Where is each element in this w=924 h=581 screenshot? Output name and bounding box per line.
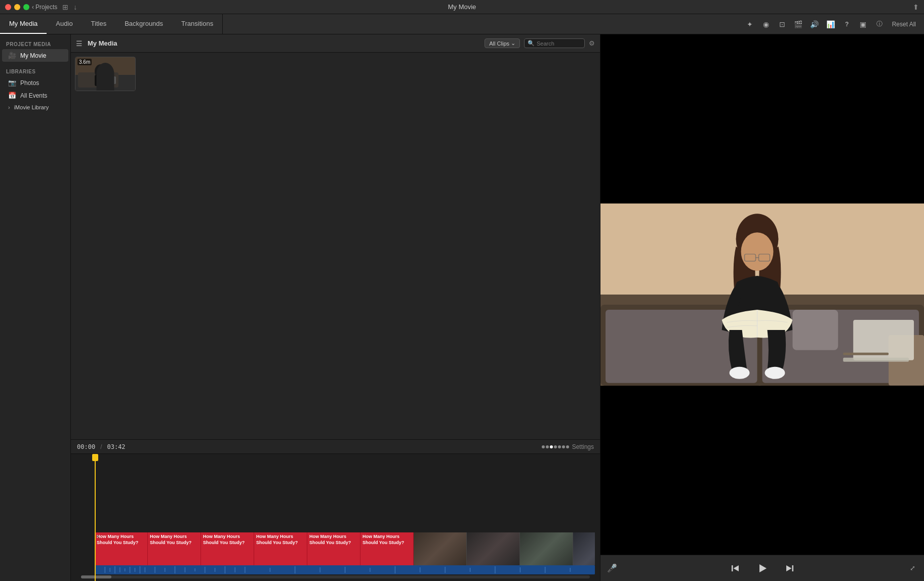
svg-rect-23 <box>225 566 225 573</box>
arrow-down-icon[interactable]: ↓ <box>73 3 77 11</box>
filter-grid-icon[interactable]: ▣ <box>856 17 871 32</box>
main-toolbar: My Media Audio Titles Backgrounds Transi… <box>0 14 924 34</box>
close-button[interactable] <box>5 4 11 10</box>
tab-transitions[interactable]: Transitions <box>172 14 222 34</box>
go-to-end-button[interactable] <box>782 560 798 576</box>
svg-rect-4 <box>95 75 107 86</box>
svg-rect-31 <box>395 566 395 573</box>
svg-rect-29 <box>345 567 345 573</box>
reset-all-button[interactable]: Reset All <box>888 19 920 29</box>
clip-text-6: How Many HoursShould You Study? <box>360 532 413 547</box>
cursor-position-indicator: ↖ <box>96 534 101 541</box>
tab-titles[interactable]: Titles <box>82 14 116 34</box>
playhead-handle[interactable] <box>92 454 98 461</box>
media-filter-controls: All Clips ⌄ 🔍 ⚙ <box>485 38 595 48</box>
equalizer-icon[interactable]: 📊 <box>823 17 838 32</box>
media-settings-icon[interactable]: ⚙ <box>589 39 595 47</box>
clip-text-4: How Many HoursShould You Study? <box>254 532 307 547</box>
sidebar: PROJECT MEDIA 🎥 My Movie LIBRARIES 📷 Pho… <box>0 34 71 581</box>
timeline-content[interactable]: How Many HoursShould You Study? How Many… <box>71 454 600 581</box>
main-layout: PROJECT MEDIA 🎥 My Movie LIBRARIES 📷 Pho… <box>0 34 924 581</box>
timeline-settings-label[interactable]: Settings <box>572 443 594 450</box>
tab-audio[interactable]: Audio <box>47 14 82 34</box>
red-clip-6[interactable]: How Many HoursShould You Study? <box>360 532 414 565</box>
svg-rect-9 <box>115 566 115 573</box>
color-wheel-icon[interactable]: ◉ <box>758 17 774 32</box>
red-clip-1[interactable]: How Many HoursShould You Study? <box>95 532 148 565</box>
svg-rect-33 <box>445 567 446 573</box>
svg-marker-62 <box>759 564 767 572</box>
preview-controls: 🎤 ⤢ <box>600 555 924 581</box>
svg-rect-48 <box>843 358 909 362</box>
timecode-separator: / <box>100 443 102 450</box>
svg-rect-13 <box>135 568 135 572</box>
svg-rect-63 <box>792 565 793 571</box>
minimize-button[interactable] <box>14 4 20 10</box>
projects-breadcrumb[interactable]: ‹ Projects <box>32 4 57 11</box>
timecode-current: 00:00 <box>77 443 95 450</box>
media-clip-1[interactable]: 3.6m <box>75 57 136 91</box>
sidebar-item-photos[interactable]: 📷 Photos <box>2 76 68 89</box>
info-circle-icon[interactable]: ⓘ <box>872 17 887 32</box>
dark-clip-2[interactable] <box>467 532 520 565</box>
media-grid: 3.6m <box>71 53 600 439</box>
go-to-start-button[interactable] <box>727 560 743 576</box>
volume-icon[interactable]: 🔊 <box>807 17 822 32</box>
media-browser-header: ☰ My Media All Clips ⌄ 🔍 ⚙ <box>71 34 600 53</box>
red-clip-4[interactable]: How Many HoursShould You Study? <box>254 532 307 565</box>
maximize-button[interactable] <box>23 4 29 10</box>
svg-rect-59 <box>843 353 889 355</box>
search-bar[interactable]: 🔍 <box>524 38 585 48</box>
photos-icon: 📷 <box>8 79 16 87</box>
svg-rect-34 <box>470 568 470 572</box>
red-clip-3[interactable]: How Many HoursShould You Study? <box>201 532 254 565</box>
dark-clip-1[interactable] <box>414 532 467 565</box>
sidebar-item-imovie-library[interactable]: › iMovie Library <box>2 102 68 113</box>
svg-rect-2 <box>78 72 118 88</box>
svg-rect-60 <box>732 565 733 571</box>
chevron-left-icon: ‹ <box>32 4 34 11</box>
svg-rect-7 <box>105 567 105 573</box>
clip-duration: 3.6m <box>77 59 92 65</box>
left-content: ☰ My Media All Clips ⌄ 🔍 ⚙ <box>71 34 600 581</box>
dark-clip-3[interactable] <box>520 532 573 565</box>
audio-waveform <box>95 565 595 574</box>
media-browser-title: My Media <box>88 39 117 47</box>
red-clip-5[interactable]: How Many HoursShould You Study? <box>307 532 360 565</box>
dark-clip-4[interactable] <box>573 532 595 565</box>
clip-text-2: How Many HoursShould You Study? <box>148 532 200 547</box>
red-clip-2[interactable]: How Many HoursShould You Study? <box>148 532 201 565</box>
titlebar-right-icons: ⬆ <box>913 3 919 11</box>
tab-my-media[interactable]: My Media <box>0 14 47 34</box>
play-button[interactable] <box>753 559 772 577</box>
share-icon[interactable]: ⬆ <box>913 3 919 11</box>
add-clip-icon[interactable]: ⊞ <box>62 3 68 11</box>
all-clips-filter[interactable]: All Clips ⌄ <box>485 38 520 48</box>
timeline-zoom-control[interactable] <box>542 445 569 448</box>
question-mark-icon[interactable]: ? <box>839 17 855 32</box>
svg-rect-38 <box>570 568 571 572</box>
svg-rect-28 <box>320 567 320 572</box>
camera-video-icon[interactable]: 🎬 <box>791 17 806 32</box>
sidebar-toggle-icon[interactable]: ☰ <box>76 39 83 48</box>
microphone-icon[interactable]: 🎤 <box>606 562 619 575</box>
svg-rect-25 <box>245 567 245 573</box>
crop-icon[interactable]: ⊡ <box>775 17 790 32</box>
scrollbar-thumb[interactable] <box>81 575 111 578</box>
svg-rect-35 <box>495 566 495 573</box>
svg-rect-36 <box>520 567 520 572</box>
sidebar-item-all-events[interactable]: 📅 All Events <box>2 89 68 102</box>
magic-wand-icon[interactable]: ✦ <box>742 17 757 32</box>
project-media-section-label: PROJECT MEDIA <box>0 38 70 49</box>
movie-icon: 🎥 <box>8 52 16 59</box>
tab-backgrounds[interactable]: Backgrounds <box>115 14 172 34</box>
search-input[interactable] <box>537 40 577 47</box>
playhead[interactable] <box>95 454 96 581</box>
svg-rect-5 <box>105 76 116 84</box>
svg-point-3 <box>95 64 107 78</box>
timeline-scrollbar[interactable] <box>81 575 590 578</box>
fullscreen-icon[interactable]: ⤢ <box>906 562 919 575</box>
svg-marker-64 <box>786 565 792 571</box>
svg-rect-12 <box>130 567 130 573</box>
sidebar-item-my-movie[interactable]: 🎥 My Movie <box>2 49 68 62</box>
